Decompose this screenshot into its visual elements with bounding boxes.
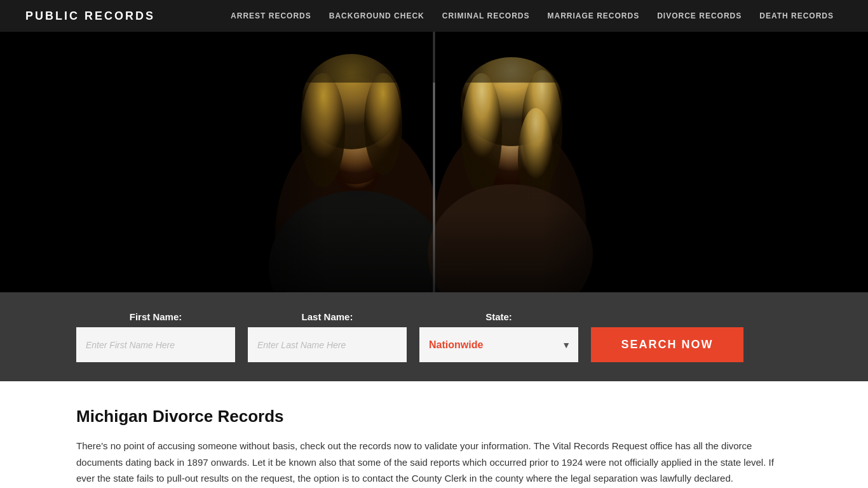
nav-marriage-records[interactable]: MARRIAGE RECORDS (539, 11, 649, 20)
first-name-input[interactable] (76, 327, 235, 362)
main-nav: ARREST RECORDS BACKGROUND CHECK CRIMINAL… (222, 11, 843, 20)
last-name-field: Last Name: (248, 311, 407, 362)
state-label: State: (419, 311, 578, 322)
hero-section (0, 32, 868, 292)
hero-image (212, 32, 656, 292)
content-section: Michigan Divorce Records There's no poin… (0, 381, 868, 488)
content-paragraph-1: There's no point of accusing someone wit… (76, 438, 792, 487)
first-name-label: First Name: (76, 311, 235, 322)
nav-death-records[interactable]: DEATH RECORDS (750, 11, 843, 20)
state-select[interactable]: NationwideAlabamaAlaskaArizonaArkansasCa… (419, 327, 578, 362)
nav-divorce-records[interactable]: DIVORCE RECORDS (648, 11, 750, 20)
svg-rect-19 (212, 32, 656, 83)
svg-point-12 (461, 73, 502, 194)
first-name-field: First Name: (76, 311, 235, 362)
state-select-wrapper: NationwideAlabamaAlaskaArizonaArkansasCa… (419, 327, 578, 362)
svg-point-6 (364, 73, 402, 175)
nav-criminal-records[interactable]: CRIMINAL RECORDS (433, 11, 539, 20)
last-name-input[interactable] (248, 327, 407, 362)
site-header: PUBLIC RECORDS ARREST RECORDS BACKGROUND… (0, 0, 868, 32)
search-section: First Name: Last Name: State: Nationwide… (0, 292, 868, 381)
svg-rect-20 (212, 210, 656, 292)
nav-arrest-records[interactable]: ARREST RECORDS (222, 11, 320, 20)
site-logo: PUBLIC RECORDS (25, 10, 155, 23)
page-title: Michigan Divorce Records (76, 407, 792, 426)
search-now-button[interactable]: SEARCH NOW (591, 327, 743, 362)
last-name-label: Last Name: (248, 311, 407, 322)
nav-background-check[interactable]: BACKGROUND CHECK (320, 11, 433, 20)
state-field: State: NationwideAlabamaAlaskaArizonaArk… (419, 311, 578, 362)
